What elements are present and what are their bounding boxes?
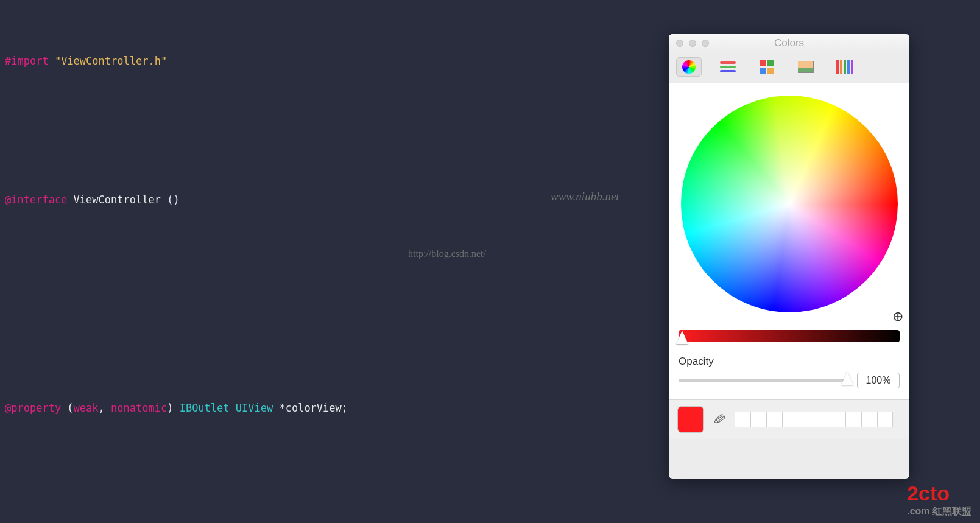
tab-color-palettes[interactable] xyxy=(754,57,780,77)
panel-titlebar[interactable]: Colors xyxy=(669,34,909,52)
swatch-cell[interactable] xyxy=(735,412,750,427)
color-mode-toolbar xyxy=(669,52,909,83)
panel-title: Colors xyxy=(669,37,909,49)
brightness-handle[interactable] xyxy=(676,331,688,344)
opacity-slider[interactable] xyxy=(679,379,851,382)
brightness-slider-area xyxy=(669,320,909,348)
iboutlet-keyword: IBOutlet xyxy=(180,402,230,414)
swatch-cell[interactable] xyxy=(845,412,861,427)
swatch-cell[interactable] xyxy=(830,412,845,427)
interface-keyword: @interface xyxy=(5,194,67,206)
tab-color-wheel[interactable] xyxy=(676,57,702,77)
sliders-icon xyxy=(720,61,736,72)
swatch-cell[interactable] xyxy=(814,412,830,427)
import-path xyxy=(49,55,55,67)
color-wheel-icon xyxy=(682,60,696,74)
opacity-input[interactable]: 100% xyxy=(857,373,900,388)
swatch-cell[interactable] xyxy=(766,412,782,427)
swatch-cell[interactable] xyxy=(877,412,893,427)
opacity-area: Opacity 100% xyxy=(669,348,909,400)
watermark-niubb: www.niubb.net xyxy=(551,190,619,203)
swatch-cell[interactable] xyxy=(861,412,877,427)
current-color-swatch[interactable] xyxy=(677,406,704,433)
swatch-cell[interactable] xyxy=(782,412,798,427)
tab-pencils[interactable] xyxy=(832,57,858,77)
import-keyword: #import xyxy=(5,55,49,67)
watermark-2cto: 2cto .com 红黑联盟 xyxy=(907,482,971,518)
watermark-csdn: http://blog.csdn.net/ xyxy=(408,248,486,259)
colors-panel[interactable]: Colors ⊕ Opacity 100% ✎ xyxy=(669,34,909,479)
tab-image-palettes[interactable] xyxy=(793,57,819,77)
swatch-cell[interactable] xyxy=(798,412,814,427)
color-wheel[interactable] xyxy=(681,96,898,312)
tab-color-sliders[interactable] xyxy=(715,57,741,77)
palette-icon xyxy=(760,60,774,74)
color-wheel-area: ⊕ xyxy=(669,83,909,320)
pencils-icon xyxy=(836,60,853,74)
brightness-slider[interactable] xyxy=(679,330,900,342)
swatch-cell[interactable] xyxy=(750,412,766,427)
swatch-bar: ✎ xyxy=(669,400,909,439)
code-editor[interactable]: #import "ViewController.h" @interface Vi… xyxy=(5,3,626,523)
opacity-handle[interactable] xyxy=(841,371,853,385)
property-name: *colorView; xyxy=(273,402,348,414)
opacity-label: Opacity xyxy=(679,356,900,368)
crosshair-icon: ⊕ xyxy=(892,309,904,321)
class-name: ViewController xyxy=(74,194,161,206)
saved-swatches xyxy=(735,412,893,427)
eyedropper-icon[interactable]: ✎ xyxy=(711,409,727,430)
image-icon xyxy=(798,61,814,73)
property-keyword: @property xyxy=(5,402,61,414)
